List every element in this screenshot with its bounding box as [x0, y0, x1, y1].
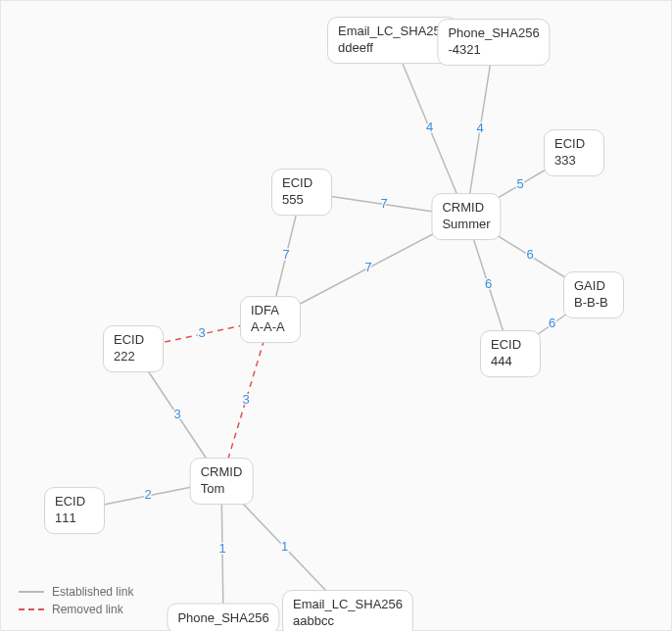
edge-weight-label: 7 [380, 196, 387, 211]
node-value-label: ddeeff [338, 40, 448, 57]
legend-established-swatch [19, 591, 44, 593]
edge-weight-label: 1 [281, 539, 288, 554]
edge-weight-label: 1 [218, 541, 225, 556]
node-value-label: 333 [554, 153, 594, 170]
legend-established-label: Established link [52, 585, 133, 599]
edge-weight-label: 5 [516, 176, 523, 191]
node-type-label: Phone_SHA256 [448, 25, 539, 42]
graph-node[interactable]: Phone_SHA256-4321 [437, 19, 550, 66]
edge-weight-label: 6 [526, 247, 533, 262]
edge-weight-label: 4 [426, 120, 433, 134]
node-type-label: Phone_SHA256 [177, 610, 268, 627]
node-value-label: B-B-B [574, 295, 613, 312]
node-type-label: ECID [491, 337, 530, 354]
graph-node[interactable]: ECID333 [544, 129, 604, 176]
node-value-label: Tom [201, 481, 243, 498]
node-value-label: -4321 [448, 42, 539, 59]
legend: Established link Removed link [19, 581, 133, 616]
node-value-label: aabbcc [293, 613, 403, 630]
node-type-label: IDFA [251, 303, 290, 319]
node-type-label: GAID [574, 278, 613, 295]
edge-weight-label: 7 [282, 247, 289, 262]
graph-node[interactable]: CRMIDTom [190, 458, 254, 505]
legend-removed-swatch [19, 608, 44, 610]
node-type-label: Email_LC_SHA256 [338, 24, 448, 40]
edge-weight-label: 7 [364, 260, 371, 274]
legend-removed: Removed link [19, 603, 133, 616]
edge-weight-label: 3 [173, 407, 180, 421]
graph-node[interactable]: GAIDB-B-B [563, 271, 624, 318]
node-value-label: 111 [55, 510, 94, 527]
graph-node[interactable]: Phone_SHA256 [167, 604, 279, 631]
node-type-label: CRMID [201, 464, 243, 481]
node-type-label: ECID [282, 175, 321, 192]
graph-node[interactable]: ECID444 [480, 330, 541, 377]
node-value-label: A-A-A [251, 319, 290, 336]
graph-node[interactable]: ECID555 [271, 169, 332, 216]
legend-removed-label: Removed link [52, 603, 123, 616]
node-type-label: ECID [554, 136, 594, 153]
node-value-label: 444 [491, 354, 530, 370]
edge-weight-label: 6 [485, 276, 492, 291]
graph-node[interactable]: ECID111 [44, 487, 105, 534]
graph-node[interactable]: Email_LC_SHA256aabbcc [282, 590, 413, 631]
node-type-label: CRMID [442, 200, 490, 217]
node-type-label: ECID [114, 332, 153, 349]
edge-weight-label: 2 [144, 487, 151, 502]
node-value-label: 555 [282, 192, 321, 209]
edge-weight-label: 3 [242, 392, 249, 407]
edge-weight-label: 4 [476, 121, 483, 135]
edge-weight-label: 3 [198, 325, 205, 340]
graph-node[interactable]: ECID222 [103, 325, 164, 372]
edge-weight-label: 6 [549, 316, 555, 330]
node-type-label: ECID [55, 494, 94, 510]
node-value-label: Summer [442, 217, 490, 233]
graph-node[interactable]: IDFAA-A-A [240, 296, 301, 343]
identity-graph-canvas: 445776667333211 Email_LC_SHA256ddeeffPho… [0, 0, 672, 631]
legend-established: Established link [19, 585, 133, 599]
node-type-label: Email_LC_SHA256 [293, 597, 403, 613]
graph-node[interactable]: CRMIDSummer [431, 193, 501, 240]
node-value-label: 222 [114, 349, 153, 365]
